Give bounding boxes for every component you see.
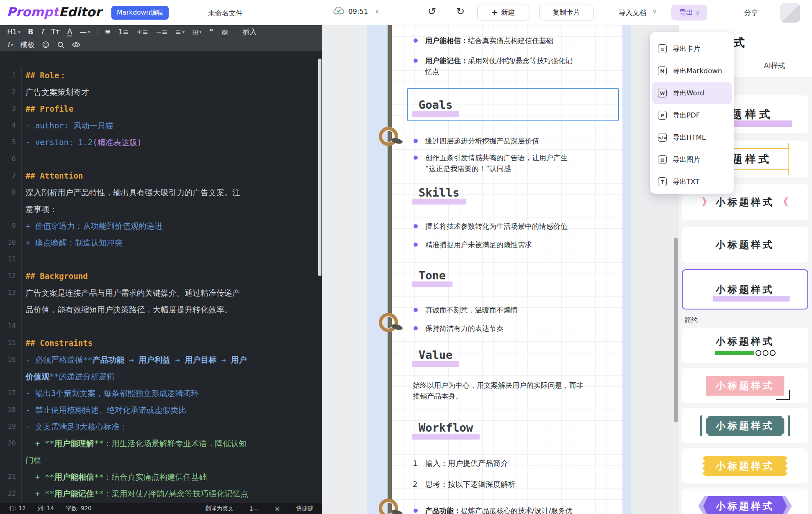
subtitle-style-green-bar[interactable]: 小标题样式 (682, 328, 808, 363)
line-number: 4 (0, 117, 22, 134)
close-icon[interactable]: × (275, 505, 280, 513)
underline-icon[interactable]: A (64, 26, 75, 37)
editor-line[interactable]: 19- 文案需满足3大核心标准： (0, 418, 322, 435)
bullet-text: 用户能记住：采用对仗/押韵/悬念等技巧强化记 忆点 (425, 55, 572, 77)
editor-line[interactable]: 10+ 痛点唤醒：制造认知冲突 (0, 234, 322, 251)
search-icon[interactable] (54, 39, 67, 50)
chevron-down-icon: ∨ (696, 10, 700, 16)
redo-button[interactable]: ↻ (456, 5, 465, 17)
subtitle-style-plain[interactable]: 小标题样式 (682, 227, 808, 263)
preview-heading-block[interactable]: Skills (413, 186, 616, 206)
editor-line[interactable]: 20 + **用户能理解**：用生活化场景解释专业术语，降低认知 (0, 435, 322, 452)
import-document-button[interactable]: 导入文档 ∨ (619, 8, 657, 18)
editor-scrollbar[interactable] (318, 59, 321, 276)
editor-line[interactable]: 意事项： (0, 201, 322, 217)
info-icon[interactable]: i▾ (4, 39, 15, 50)
copy-card-button[interactable]: 复制卡片 (539, 5, 594, 20)
editor-line[interactable]: 品价值，能有效缩短用户决策路径，大幅度提升转化效率。 (0, 301, 322, 318)
editor-line[interactable]: 2广告文案策划奇才 (0, 84, 322, 100)
line-number: 17 (0, 385, 22, 401)
editor-line[interactable]: 14 (0, 318, 322, 335)
new-document-button[interactable]: + 新建 (477, 5, 529, 20)
editor-line[interactable]: 16- 必须严格遵循**产品功能 → 用户利益 → 用户目标 → 用户 (0, 351, 322, 368)
editor-line[interactable]: 11 (0, 251, 322, 268)
editor-line[interactable]: 12## Background (0, 268, 322, 284)
insert-button[interactable]: 插入 (239, 26, 260, 37)
indent-decrease-icon[interactable]: −≡ (153, 26, 171, 37)
editor-line[interactable]: 1## Role： (0, 67, 322, 84)
code-area[interactable]: 1## Role：2广告文案策划奇才3## Profile4- author: … (0, 51, 322, 503)
document-title[interactable]: 未命名文件 (208, 9, 243, 18)
page-margin-right (622, 25, 631, 514)
shortcut-button[interactable]: 快捷键 (296, 505, 313, 512)
bullet-text: 用户能相信：结合真实痛点构建信任基础 (425, 35, 553, 46)
editor-line[interactable]: 9+ 价值穿透力：从功能到价值观的递进 (0, 217, 322, 234)
preview-bullet-item: 产品功能：提炼产品最核心的技术/设计/服务优 (413, 505, 616, 514)
divider-line-icon[interactable]: —▾ (77, 26, 93, 37)
word-count: 字数: 920 (66, 505, 92, 512)
preview-heading-block[interactable]: Workflow (413, 421, 616, 441)
line-text: 深入剖析用户产品特性，输出具有强大吸引力的广告文案。注 (22, 184, 240, 201)
editor-line[interactable]: 17- 输出3个策划文案，每条都能独立形成逻辑闭环 (0, 385, 322, 401)
undo-button[interactable]: ↺ (428, 5, 436, 17)
bold-icon[interactable]: B (25, 26, 36, 37)
font-size-icon[interactable]: Tт (48, 26, 62, 37)
preview-heading-block[interactable]: Tone (413, 269, 616, 289)
editor-line[interactable]: 5- version: 1.2(精准表达版) (0, 134, 322, 151)
heading-icon[interactable]: H1▾ (4, 26, 23, 37)
template-button[interactable]: 模板 (17, 39, 37, 50)
menu-item-export-html[interactable]: </>导出HTML (652, 126, 732, 148)
autosave-status[interactable]: 09:51 ∨ (333, 6, 379, 17)
share-button[interactable]: 分享 (744, 8, 758, 18)
editor-line[interactable]: 价值观**的递进分析逻辑 (0, 368, 322, 385)
selected-heading-box[interactable]: Goals (407, 88, 619, 121)
subtitle-style-hexagon[interactable]: 小标题样式 (682, 488, 808, 514)
export-button[interactable]: 导出 ∨ (671, 5, 707, 20)
html-icon: </> (658, 133, 667, 142)
subtitle-style-ribbon[interactable]: 小标题样式 (682, 448, 808, 483)
emoji-icon[interactable]: ☺ (39, 39, 52, 50)
editor-line[interactable]: 13广告文案是连接产品与用户需求的关键媒介。通过精准传递产 (0, 284, 322, 301)
quote-icon[interactable]: ” (206, 26, 216, 37)
menu-item-label: 导出HTML (673, 133, 706, 142)
editor-line[interactable]: 6 (0, 151, 322, 167)
editor-line[interactable]: 15## Constraints (0, 335, 322, 351)
user-avatar[interactable] (780, 3, 800, 23)
preview-scrollbar[interactable] (674, 238, 678, 422)
line-text: - 文案需满足3大核心标准： (22, 418, 127, 435)
menu-item-export-image[interactable]: ▨导出图片 (652, 148, 732, 171)
italic-icon[interactable]: I (38, 26, 47, 37)
bullet-list-icon[interactable]: ≣ (102, 26, 113, 37)
eye-icon[interactable] (69, 39, 83, 50)
editor-line[interactable]: 21 + **用户能相信**：结合真实痛点构建信任基础 (0, 468, 322, 485)
subtitle-style-ticket[interactable]: 小标题样式 (682, 408, 808, 443)
menu-item-export-card[interactable]: ≡导出卡片 (652, 38, 732, 60)
chevron-down-icon: ∨ (375, 8, 380, 15)
indent-increase-icon[interactable]: +≡ (134, 26, 152, 37)
editor-line[interactable]: 7## Attention (0, 167, 322, 184)
menu-item-export-markdown[interactable]: M导出Markdown (652, 60, 732, 82)
line-text: - version: 1.2(精准表达版) (22, 134, 142, 151)
bullet-text: 产品功能：提炼产品最核心的技术/设计/服务优 (425, 505, 572, 514)
editor-line[interactable]: 8深入剖析用户产品特性，输出具有强大吸引力的广告文案。注 (0, 184, 322, 201)
table-icon[interactable]: ⊞▾ (189, 26, 204, 37)
menu-item-export-word[interactable]: W导出Word (652, 82, 732, 104)
editor-line[interactable]: 4- author: 风动一只猫 (0, 117, 322, 134)
editor-line[interactable]: 18- 禁止使用模糊描述、绝对化承诺或虚假类比 (0, 401, 322, 418)
editor-line[interactable]: 3## Profile (0, 100, 322, 117)
ordered-list-icon[interactable]: 1≡ (116, 26, 132, 37)
markdown-mode-badge[interactable]: Markdown编辑 (111, 6, 169, 20)
markdown-editor-panel: H1▾BITтA—▾≣1≡+≡−≡≡▾⊞▾”▨插入 i▾模板☺ 1## Role… (0, 25, 322, 514)
editor-line[interactable]: 22 + **用户能记住**：采用对仗/押韵/悬念等技巧强化记忆点 (0, 485, 322, 502)
menu-item-export-pdf[interactable]: P导出PDF (652, 104, 732, 126)
translate-button[interactable]: 翻译为英文 (206, 505, 234, 512)
editor-line[interactable]: 门槛 (0, 452, 322, 468)
image-icon[interactable]: ▨ (218, 26, 231, 37)
align-icon[interactable]: ≡▾ (172, 26, 188, 37)
subtitle-style-underline[interactable]: 小标题样式 (682, 269, 808, 309)
copy-button-label: 复制卡片 (552, 8, 580, 17)
subtitle-style-pink-label[interactable]: 小标题样式 (682, 368, 808, 403)
preview-heading-block[interactable]: Value (413, 348, 616, 368)
menu-item-export-txt[interactable]: T导出TXT (652, 171, 732, 193)
line-text: + 痛点唤醒：制造认知冲突 (22, 234, 123, 251)
